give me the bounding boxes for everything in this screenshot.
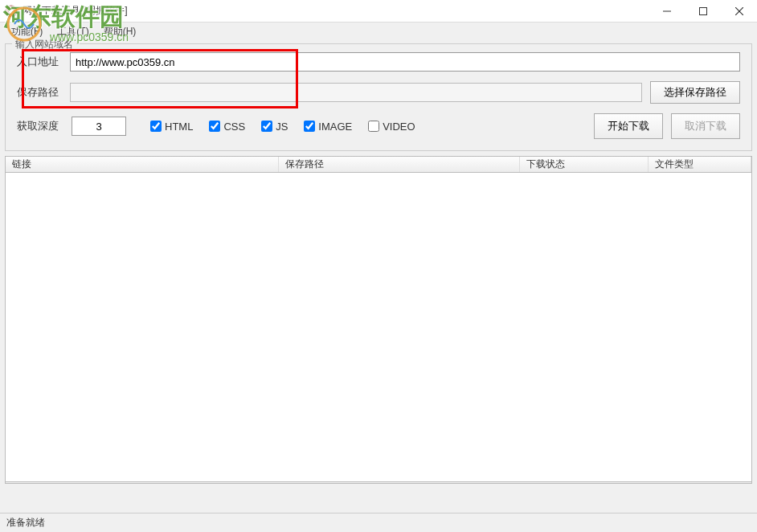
close-button[interactable] (721, 0, 757, 23)
app-icon (5, 5, 18, 18)
fieldset-legend: 输入网站域名 (12, 38, 76, 51)
filetype-checkbox-group: HTML CSS JS IMAGE VIDEO (150, 121, 415, 133)
checkbox-js[interactable]: JS (261, 121, 288, 133)
cancel-download-button[interactable]: 取消下载 (671, 113, 740, 139)
checkbox-html-input[interactable] (150, 121, 162, 132)
checkbox-video-label: VIDEO (383, 121, 415, 133)
maximize-button[interactable] (685, 0, 721, 23)
checkbox-js-input[interactable] (261, 121, 272, 132)
depth-input[interactable] (72, 117, 126, 136)
titlebar: 网站下载工具-[明振软件] (0, 0, 757, 23)
statusbar: 准备就绪 (0, 513, 757, 532)
checkbox-css[interactable]: CSS (209, 121, 245, 133)
download-table: 链接 保存路径 下载状态 文件类型 (5, 156, 752, 484)
table-header-status[interactable]: 下载状态 (520, 157, 649, 172)
minimize-button[interactable] (649, 0, 685, 23)
table-header-row: 链接 保存路径 下载状态 文件类型 (6, 157, 751, 173)
checkbox-video[interactable]: VIDEO (368, 121, 415, 133)
save-path-row: 保存路径 选择保存路径 (17, 81, 740, 104)
entry-url-input[interactable] (70, 52, 740, 72)
status-text: 准备就绪 (6, 517, 45, 528)
window-controls (649, 0, 757, 23)
save-path-input[interactable] (70, 83, 642, 102)
browse-save-path-button[interactable]: 选择保存路径 (650, 81, 740, 104)
table-header-savepath[interactable]: 保存路径 (279, 157, 520, 172)
window-title: 网站下载工具-[明振软件] (23, 4, 128, 18)
entry-url-label: 入口地址 (17, 55, 62, 69)
action-buttons: 开始下载 取消下载 (594, 113, 740, 139)
table-header-link[interactable]: 链接 (6, 157, 279, 172)
start-download-button[interactable]: 开始下载 (594, 113, 663, 139)
checkbox-image[interactable]: IMAGE (304, 121, 352, 133)
checkbox-css-input[interactable] (209, 121, 220, 132)
entry-url-row: 入口地址 (17, 52, 740, 72)
minimize-icon (663, 7, 671, 15)
depth-label: 获取深度 (17, 119, 62, 133)
maximize-icon (699, 7, 707, 15)
svg-rect-4 (699, 8, 706, 15)
input-fieldset: 输入网站域名 入口地址 保存路径 选择保存路径 获取深度 HTML CSS (5, 43, 752, 151)
checkbox-html[interactable]: HTML (150, 121, 193, 133)
checkbox-video-input[interactable] (368, 121, 379, 132)
checkbox-html-label: HTML (165, 121, 193, 133)
close-icon (735, 7, 743, 15)
menubar: 功能(F) 工具(T) 帮助(H) (0, 23, 757, 40)
table-body[interactable] (5, 172, 752, 482)
checkbox-js-label: JS (276, 121, 288, 133)
checkbox-css-label: CSS (223, 121, 245, 133)
options-row: 获取深度 HTML CSS JS IMAGE (17, 113, 740, 139)
table-header-filetype[interactable]: 文件类型 (649, 157, 751, 172)
options-left: 获取深度 HTML CSS JS IMAGE (17, 117, 415, 136)
checkbox-image-label: IMAGE (318, 121, 352, 133)
svg-point-2 (9, 9, 14, 14)
menu-help[interactable]: 帮助(H) (97, 23, 143, 40)
checkbox-image-input[interactable] (304, 121, 315, 132)
save-path-label: 保存路径 (17, 85, 62, 100)
